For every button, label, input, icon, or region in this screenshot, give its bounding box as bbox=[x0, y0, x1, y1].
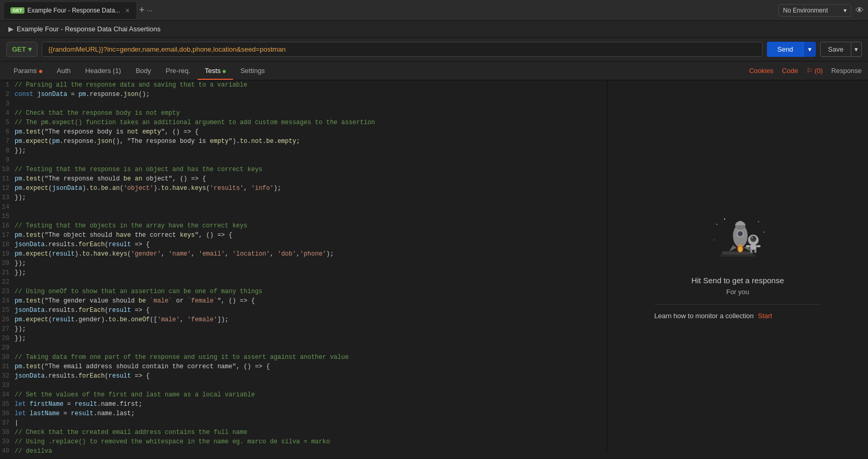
tab-auth[interactable]: Auth bbox=[50, 62, 78, 80]
table-row: 28}); bbox=[0, 334, 607, 343]
table-row: 6pm.test("The response body is not empty… bbox=[0, 127, 607, 137]
tab-title: Example Four - Response Data... bbox=[28, 7, 120, 14]
tab-body[interactable]: Body bbox=[128, 62, 158, 80]
start-button[interactable]: Start bbox=[758, 312, 772, 320]
table-row: 19 pm.expect(result).to.have.keys('gende… bbox=[0, 249, 607, 259]
code-text: }); bbox=[15, 193, 26, 202]
close-icon[interactable]: × bbox=[126, 6, 130, 15]
svg-point-11 bbox=[752, 237, 753, 239]
table-row: 26 pm.expect(result.gender).to.be.oneOf(… bbox=[0, 315, 607, 324]
table-row: 24pm.test("The gender value should be `m… bbox=[0, 296, 607, 306]
line-number: 10 bbox=[0, 165, 15, 174]
code-text: // Using oneOf to show that an assertion… bbox=[15, 287, 262, 296]
code-text: let lastName = result.name.last; bbox=[15, 409, 135, 418]
code-text bbox=[15, 202, 18, 212]
save-button[interactable]: Save bbox=[820, 42, 851, 57]
line-number: 26 bbox=[0, 315, 15, 324]
code-text: // Testing that the objects in the array… bbox=[15, 221, 247, 231]
code-text: // Check that the created email address … bbox=[15, 428, 247, 437]
table-row: 5// The pm.expect() function takes an ad… bbox=[0, 118, 607, 127]
environment-select[interactable]: No Environment ▾ bbox=[778, 4, 851, 17]
code-text bbox=[15, 381, 18, 390]
top-right-controls: No Environment ▾ 👁 bbox=[778, 4, 864, 17]
cookies-link[interactable]: Cookies bbox=[749, 67, 774, 75]
table-row: 17pm.test("The object should have the co… bbox=[0, 231, 607, 240]
table-row: 4// Check that the response body is not … bbox=[0, 108, 607, 118]
save-dropdown-button[interactable]: ▾ bbox=[851, 42, 862, 57]
table-row: 37 | bbox=[0, 418, 607, 428]
tab-prereq[interactable]: Pre-req. bbox=[158, 62, 198, 80]
line-number: 11 bbox=[0, 174, 15, 184]
table-row: 3 bbox=[0, 99, 607, 108]
code-text: pm.expect(result).to.have.keys('gender',… bbox=[15, 249, 334, 259]
more-tabs-icon[interactable]: ··· bbox=[146, 6, 152, 14]
code-text: const jsonData = pm.response.json(); bbox=[15, 90, 150, 99]
eye-icon[interactable]: 👁 bbox=[855, 6, 864, 15]
svg-rect-15 bbox=[750, 249, 752, 253]
line-number: 4 bbox=[0, 108, 15, 118]
table-row: 36 let lastName = result.name.last; bbox=[0, 409, 607, 418]
rocket-illustration bbox=[706, 214, 769, 266]
code-text: // Taking data from one part of the resp… bbox=[15, 353, 349, 362]
line-number: 24 bbox=[0, 296, 15, 306]
table-row: 39 // Using .replace() to removed the wh… bbox=[0, 437, 607, 446]
table-row: 32 jsonData.results.forEach(result => { bbox=[0, 371, 607, 381]
code-text: jsonData.results.forEach(result => { bbox=[15, 371, 150, 381]
table-row: 16// Testing that the objects in the arr… bbox=[0, 221, 607, 231]
code-text: pm.expect(jsonData).to.be.an('object').t… bbox=[15, 184, 281, 193]
code-text: pm.expect(result.gender).to.be.oneOf(['m… bbox=[15, 315, 229, 324]
code-text: | bbox=[15, 418, 18, 428]
line-number: 37 bbox=[0, 418, 15, 428]
code-text bbox=[15, 99, 18, 108]
response-illustration bbox=[706, 214, 769, 268]
line-number: 5 bbox=[0, 118, 15, 127]
tab-settings[interactable]: Settings bbox=[233, 62, 272, 80]
code-text bbox=[15, 277, 18, 287]
table-row: 23// Using oneOf to show that an asserti… bbox=[0, 287, 607, 296]
code-text: // Using .replace() to removed the white… bbox=[15, 437, 330, 446]
line-number: 28 bbox=[0, 334, 15, 343]
svg-point-5 bbox=[739, 232, 742, 235]
code-text bbox=[15, 212, 18, 221]
table-row: 7 pm.expect(pm.response.json(), "The res… bbox=[0, 137, 607, 146]
code-text: // desilva bbox=[15, 446, 52, 453]
line-number: 38 bbox=[0, 428, 15, 437]
line-number: 19 bbox=[0, 249, 15, 259]
line-number: 23 bbox=[0, 287, 15, 296]
line-number: 33 bbox=[0, 381, 15, 390]
send-dropdown-button[interactable]: ▾ bbox=[803, 42, 816, 57]
line-number: 40 bbox=[0, 446, 15, 453]
table-row: 30// Taking data from one part of the re… bbox=[0, 353, 607, 362]
code-text: pm.test("The response should be an objec… bbox=[15, 174, 206, 184]
line-number: 30 bbox=[0, 353, 15, 362]
code-text: // Parsing all the response data and sav… bbox=[15, 80, 247, 90]
line-number: 8 bbox=[0, 146, 15, 155]
code-text: }); bbox=[15, 146, 26, 155]
tab-tests[interactable]: Tests bbox=[198, 62, 233, 80]
comments-link[interactable]: ⚐ (0) bbox=[806, 67, 823, 75]
code-text: }); bbox=[15, 324, 26, 334]
send-button[interactable]: Send bbox=[767, 42, 803, 57]
code-editor[interactable]: 1// Parsing all the response data and sa… bbox=[0, 80, 607, 453]
send-button-group: Send ▾ bbox=[767, 42, 816, 57]
code-text: // Check that the response body is not e… bbox=[15, 108, 180, 118]
tab-headers[interactable]: Headers (1) bbox=[78, 62, 129, 80]
add-tab-icon[interactable]: + bbox=[139, 5, 145, 16]
table-row: 22 bbox=[0, 277, 607, 287]
line-number: 12 bbox=[0, 184, 15, 193]
main-content: 1// Parsing all the response data and sa… bbox=[0, 80, 868, 453]
line-number: 29 bbox=[0, 343, 15, 353]
table-row: 13}); bbox=[0, 193, 607, 202]
line-number: 16 bbox=[0, 221, 15, 231]
active-tab[interactable]: GET Example Four - Response Data... × bbox=[4, 2, 136, 19]
request-title: Example Four - Response Data Chai Assert… bbox=[17, 25, 161, 33]
collapse-icon[interactable]: ▶ bbox=[8, 25, 14, 33]
svg-point-19 bbox=[758, 221, 759, 222]
method-badge: GET bbox=[10, 7, 25, 14]
tab-params[interactable]: Params bbox=[6, 62, 50, 80]
table-row: 9 bbox=[0, 155, 607, 165]
url-input[interactable] bbox=[42, 42, 763, 57]
method-select[interactable]: GET ▾ bbox=[6, 42, 38, 57]
svg-point-20 bbox=[714, 239, 715, 240]
code-link[interactable]: Code bbox=[782, 67, 798, 75]
